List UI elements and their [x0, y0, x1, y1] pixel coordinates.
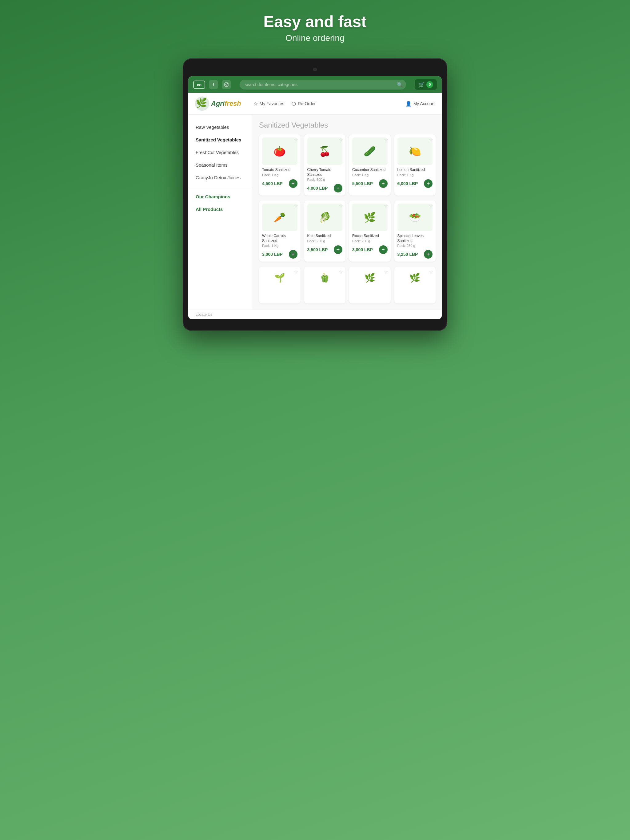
tablet-screen: en f 🔍 🛒 0 🌿 [188, 76, 442, 319]
add-carrots-button[interactable]: + [289, 250, 298, 259]
lemon-image: 🍋 [397, 137, 433, 165]
product-card-cherry-tomato: ☆ 🍒 Cherry Tomato Sanitized Pack: 500 g … [304, 134, 346, 196]
rocca-name: Rocca Sanitized [352, 234, 388, 238]
add-lemon-button[interactable]: + [424, 179, 432, 188]
cherry-tomato-price: 4,000 LBP [307, 186, 328, 191]
lemon-pack: Pack: 1 Kg [397, 173, 433, 177]
product-card-tomato: ☆ 🍅 Tomato Sanitized Pack: 1 Kg 4,500 LB… [259, 134, 301, 196]
green-pepper-image: 🫑 [307, 270, 343, 283]
kale-pack: Pack: 250 g [307, 239, 343, 243]
add-tomato-button[interactable]: + [289, 179, 298, 188]
products-row-1: ☆ 🍅 Tomato Sanitized Pack: 1 Kg 4,500 LB… [259, 134, 435, 196]
products-row-3: ☆ 🌱 ☆ 🫑 ☆ 🌿 ☆ 🌿 [259, 267, 435, 303]
reorder-label: Re-Order [298, 101, 316, 106]
kale-footer: 3,500 LBP + [307, 245, 343, 254]
sidebar-item-gracyju-detox-juices[interactable]: GracyJu Detox Juices [188, 171, 253, 184]
favorite-rocca-button[interactable]: ☆ [384, 203, 388, 209]
cucumber-name: Cucumber Sanitized [352, 167, 388, 172]
favorite-kale-button[interactable]: ☆ [339, 203, 343, 209]
search-button[interactable]: 🔍 [397, 82, 403, 88]
svg-rect-0 [225, 83, 228, 87]
product-card-lemon: ☆ 🍋 Lemon Sanitized Pack: 1 Kg 6,000 LBP… [394, 134, 436, 196]
favorite-cucumber-button[interactable]: ☆ [384, 137, 388, 143]
cucumber-footer: 5,500 LBP + [352, 179, 388, 188]
search-container: 🔍 [240, 80, 406, 90]
sidebar-item-sanitized-vegetables[interactable]: Sanitized Vegetables [188, 133, 253, 146]
instagram-icon[interactable] [222, 80, 231, 89]
favorites-link[interactable]: ☆ My Favorites [253, 101, 284, 107]
cherry-tomato-name: Cherry Tomato Sanitized [307, 167, 343, 177]
products-row-2: ☆ 🥕 Whole Carrots Sanitized Pack: 1 Kg 3… [259, 201, 435, 262]
star-icon: ☆ [253, 101, 258, 107]
top-bar: en f 🔍 🛒 0 [188, 76, 442, 93]
carrots-name: Whole Carrots Sanitized [262, 234, 298, 243]
lang-button[interactable]: en [193, 81, 205, 89]
carrots-footer: 3,000 LBP + [262, 250, 298, 259]
favorite-parsley-button[interactable]: ☆ [384, 269, 388, 275]
kale-price: 3,500 LBP [307, 247, 328, 252]
favorite-lemon-button[interactable]: ☆ [429, 137, 433, 143]
reorder-icon: ⬡ [291, 101, 296, 107]
spinach-image: 🥗 [397, 204, 433, 231]
sidebar-item-freshcut-vegetables[interactable]: FreshCut Vegetables [188, 146, 253, 159]
green-onion-image: 🌱 [262, 270, 298, 283]
cucumber-pack: Pack: 1 Kg [352, 173, 388, 177]
cucumber-price: 5,500 LBP [352, 181, 373, 186]
cherry-tomato-image: 🍒 [307, 137, 343, 165]
carrots-image: 🥕 [262, 204, 298, 231]
carrots-price: 3,000 LBP [262, 252, 283, 257]
search-input[interactable] [240, 80, 406, 90]
rocca-pack: Pack: 250 g [352, 239, 388, 243]
reorder-link[interactable]: ⬡ Re-Order [291, 101, 316, 107]
logo-area[interactable]: 🌿 Agrifresh [195, 96, 241, 111]
sidebar-item-all-products[interactable]: All Products [188, 203, 253, 216]
svg-point-2 [227, 83, 228, 84]
add-kale-button[interactable]: + [334, 245, 342, 254]
spinach-price: 3,250 LBP [397, 252, 418, 257]
product-card-green-pepper: ☆ 🫑 [304, 267, 346, 303]
spinach-pack: Pack: 250 g [397, 244, 433, 248]
favorite-mint-button[interactable]: ☆ [429, 269, 433, 275]
add-cherry-tomato-button[interactable]: + [334, 184, 342, 193]
cart-count: 0 [426, 81, 433, 88]
cart-button[interactable]: 🛒 0 [415, 79, 437, 90]
tablet-bottom [188, 319, 442, 325]
sidebar-item-our-champions[interactable]: Our Champions [188, 190, 253, 203]
tomato-price: 4,500 LBP [262, 181, 283, 186]
add-rocca-button[interactable]: + [379, 245, 388, 254]
product-area: Sanitized Vegetables ☆ 🍅 Tomato Sanitize… [253, 115, 442, 309]
hero-title: Easy and fast [263, 12, 366, 31]
mint-image: 🌿 [397, 270, 433, 283]
main-content: Raw Vegetables Sanitized Vegetables Fres… [188, 115, 442, 309]
tablet-frame: en f 🔍 🛒 0 🌿 [183, 58, 447, 331]
product-card-cucumber: ☆ 🥒 Cucumber Sanitized Pack: 1 Kg 5,500 … [349, 134, 391, 196]
tomato-footer: 4,500 LBP + [262, 179, 298, 188]
account-link[interactable]: 👤 My Account [405, 101, 435, 107]
sidebar: Raw Vegetables Sanitized Vegetables Fres… [188, 115, 253, 309]
favorite-cherry-tomato-button[interactable]: ☆ [339, 137, 343, 143]
lemon-price: 6,000 LBP [397, 181, 418, 186]
product-card-rocca: ☆ 🌿 Rocca Sanitized Pack: 250 g 3,000 LB… [349, 201, 391, 262]
facebook-icon[interactable]: f [209, 80, 218, 89]
favorite-tomato-button[interactable]: ☆ [294, 137, 298, 143]
cherry-tomato-footer: 4,000 LBP + [307, 184, 343, 193]
sidebar-item-raw-vegetables[interactable]: Raw Vegetables [188, 121, 253, 133]
locate-us-label[interactable]: Locate Us [196, 313, 212, 317]
product-card-parsley: ☆ 🌿 [349, 267, 391, 303]
parsley-image: 🌿 [352, 270, 388, 283]
cucumber-image: 🥒 [352, 137, 388, 165]
product-card-spinach: ☆ 🥗 Spinach Leaves Sanitized Pack: 250 g… [394, 201, 436, 262]
favorite-carrots-button[interactable]: ☆ [294, 203, 298, 209]
carrots-pack: Pack: 1 Kg [262, 244, 298, 248]
add-cucumber-button[interactable]: + [379, 179, 388, 188]
nav-bar: 🌿 Agrifresh ☆ My Favorites ⬡ Re-Order 👤 … [188, 93, 442, 115]
account-label: My Account [413, 101, 435, 106]
sidebar-item-seasonal-items[interactable]: Seasonal Items [188, 159, 253, 171]
favorite-green-pepper-button[interactable]: ☆ [339, 269, 343, 275]
account-icon: 👤 [405, 101, 412, 107]
tomato-pack: Pack: 1 Kg [262, 173, 298, 177]
favorite-green-onion-button[interactable]: ☆ [294, 269, 298, 275]
favorite-spinach-button[interactable]: ☆ [429, 203, 433, 209]
product-card-mint: ☆ 🌿 [394, 267, 436, 303]
add-spinach-button[interactable]: + [424, 250, 432, 259]
